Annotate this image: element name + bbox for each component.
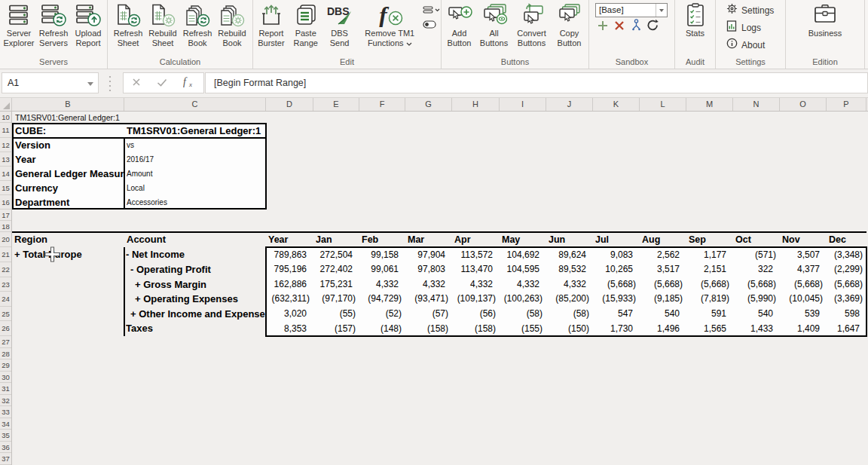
month-header-Feb[interactable]: Feb	[362, 232, 405, 247]
row-header-27[interactable]: 27	[0, 336, 11, 348]
rebuild-book-button[interactable]: Rebuild Book	[215, 2, 249, 48]
column-header-C[interactable]: C	[124, 98, 266, 111]
month-header-Year[interactable]: Year	[268, 232, 313, 247]
month-header-Nov[interactable]: Nov	[782, 232, 827, 247]
add-button-button[interactable]: Add Button	[443, 2, 476, 48]
row-header-25[interactable]: 25	[0, 307, 11, 322]
sandbox-create-icon[interactable]	[597, 20, 609, 35]
column-header-P[interactable]: P	[827, 98, 866, 111]
refresh-sheet-button[interactable]: Refresh Sheet	[111, 2, 145, 48]
account-cell-1[interactable]: - Operating Profit	[130, 262, 266, 277]
row-header-17[interactable]: 17	[0, 210, 11, 221]
account-cell-3[interactable]: + Operating Expenses	[135, 292, 266, 307]
row-header-10[interactable]: 10	[0, 112, 11, 123]
refresh-book-button[interactable]: Refresh Book	[180, 2, 215, 48]
cancel-icon[interactable]	[132, 76, 141, 90]
rebuild-sheet-button[interactable]: Rebuild Sheet	[145, 2, 180, 48]
row-header-16[interactable]: 16	[0, 195, 11, 210]
month-header-Mar[interactable]: Mar	[408, 232, 452, 247]
formula-input[interactable]: [Begin Format Range]	[205, 72, 868, 93]
account-cell-0[interactable]: - Net Income	[126, 247, 266, 262]
business-button[interactable]: Business	[802, 2, 848, 38]
logs-menu-item[interactable]: Logs	[726, 20, 761, 35]
account-cell-5[interactable]: Taxes	[126, 321, 266, 336]
row-header-35[interactable]: 35	[0, 430, 11, 442]
row-header-36[interactable]: 36	[0, 442, 11, 454]
convert-buttons-button[interactable]: Convert Buttons	[512, 2, 552, 48]
region-value[interactable]: + Total Europe	[14, 247, 120, 262]
row-header-21[interactable]: 21	[0, 247, 11, 262]
remove-tm1-functions-button[interactable]: f Remove TM1 Functions	[356, 2, 423, 48]
row-header-29[interactable]: 29	[0, 359, 11, 372]
row-header-18[interactable]: 18	[0, 221, 11, 232]
column-header-B[interactable]: B	[12, 98, 124, 111]
row-header-13[interactable]: 13	[0, 152, 11, 167]
row-header-30[interactable]: 30	[0, 372, 11, 384]
sandbox-delete-icon[interactable]	[613, 20, 625, 35]
about-menu-item[interactable]: About	[726, 38, 765, 52]
all-buttons-button[interactable]: All Buttons	[476, 2, 512, 48]
row-header-28[interactable]: 28	[0, 348, 11, 360]
column-header-K[interactable]: K	[593, 98, 640, 111]
row-header-12[interactable]: 12	[0, 138, 11, 152]
insert-function-icon[interactable]: fx	[183, 76, 196, 90]
column-header-I[interactable]: I	[500, 98, 546, 111]
sandbox-combo-dropdown[interactable]	[656, 4, 667, 17]
dbs-send-button[interactable]: DBS DBS Send	[322, 2, 357, 48]
row-header-34[interactable]: 34	[0, 418, 11, 430]
month-header-Dec[interactable]: Dec	[829, 232, 866, 247]
month-header-Oct[interactable]: Oct	[735, 232, 780, 247]
enter-icon[interactable]	[157, 76, 167, 90]
row-header-22[interactable]: 22	[0, 262, 11, 277]
sandbox-combo[interactable]: [Base]	[595, 3, 668, 17]
account-cell-2[interactable]: + Gross Margin	[135, 277, 266, 292]
name-box[interactable]: A1	[2, 72, 99, 93]
sandbox-commit-icon[interactable]	[631, 19, 642, 35]
column-header-J[interactable]: J	[546, 98, 593, 111]
month-header-Sep[interactable]: Sep	[689, 232, 733, 247]
name-box-dropdown-icon[interactable]	[87, 82, 93, 86]
sandbox-reset-icon[interactable]	[646, 19, 659, 35]
account-header[interactable]: Account	[127, 232, 262, 247]
cell-b10[interactable]: TM1SRV01:General Ledger:1	[15, 112, 241, 123]
region-header[interactable]: Region	[14, 232, 120, 247]
row-header-14[interactable]: 14	[0, 167, 11, 181]
column-header-F[interactable]: F	[359, 98, 405, 111]
row-header-37[interactable]: 37	[0, 453, 11, 465]
column-header-E[interactable]: E	[313, 98, 359, 111]
month-header-May[interactable]: May	[502, 232, 546, 247]
row-header-20[interactable]: 20	[0, 232, 11, 247]
upload-report-button[interactable]: Upload Report	[71, 2, 105, 48]
column-header-O[interactable]: O	[780, 98, 827, 111]
stats-button[interactable]: Stats	[677, 2, 714, 38]
server-explorer-button[interactable]: Server Explorer	[2, 2, 36, 48]
display-options-dropdown[interactable]	[423, 5, 441, 18]
column-header-H[interactable]: H	[452, 98, 500, 111]
column-header-N[interactable]: N	[733, 98, 780, 111]
select-all-corner[interactable]	[0, 98, 12, 111]
month-header-Aug[interactable]: Aug	[642, 232, 686, 247]
row-header-31[interactable]: 31	[0, 383, 11, 395]
column-header-D[interactable]: D	[266, 98, 313, 111]
column-header-L[interactable]: L	[640, 98, 686, 111]
row-header-26[interactable]: 26	[0, 321, 11, 336]
settings-menu-item[interactable]: Settings	[726, 3, 774, 17]
row-header-15[interactable]: 15	[0, 181, 11, 195]
toggle-switch[interactable]	[423, 18, 436, 32]
paste-range-button[interactable]: Paste Range	[289, 2, 322, 48]
row-header-23[interactable]: 23	[0, 277, 11, 292]
month-header-Jan[interactable]: Jan	[316, 232, 359, 247]
copy-button-button[interactable]: Copy Button	[552, 2, 588, 48]
month-header-Jul[interactable]: Jul	[595, 232, 640, 247]
refresh-servers-button[interactable]: Refresh Servers	[36, 2, 71, 48]
month-header-Jun[interactable]: Jun	[549, 232, 593, 247]
report-burster-button[interactable]: Report Burster	[253, 2, 289, 48]
row-header-33[interactable]: 33	[0, 406, 11, 418]
column-header-G[interactable]: G	[405, 98, 452, 111]
row-header-24[interactable]: 24	[0, 292, 11, 307]
month-header-Apr[interactable]: Apr	[454, 232, 500, 247]
row-header-11[interactable]: 11	[0, 123, 11, 138]
column-header-M[interactable]: M	[686, 98, 733, 111]
account-cell-4[interactable]: + Other Income and Expense	[130, 307, 266, 322]
row-header-32[interactable]: 32	[0, 395, 11, 407]
